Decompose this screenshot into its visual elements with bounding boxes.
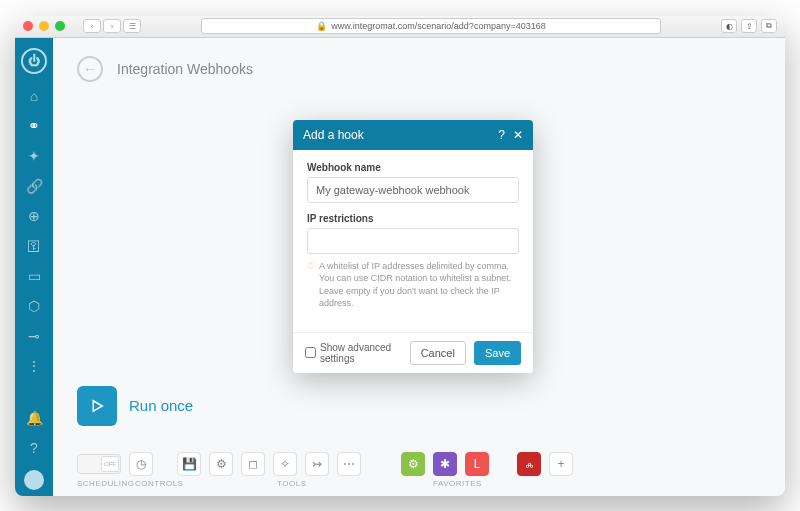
advanced-checkbox[interactable]: Show advanced settings [535, 291, 669, 302]
dialog-title: Add a hook [303, 128, 490, 142]
forward-button[interactable]: › [103, 19, 121, 33]
advanced-checkbox[interactable]: Show advanced settings [305, 342, 402, 364]
back-button[interactable]: ‹ [83, 19, 101, 33]
play-icon [88, 397, 106, 415]
back-arrow-icon[interactable]: ← [77, 56, 103, 82]
close-window-icon[interactable] [23, 21, 33, 31]
close-dialog-icon[interactable]: ✕ [513, 128, 523, 142]
dialog-title: Webhooks [533, 150, 730, 164]
add-hook-dialog: Add a hook ? ✕ Webhook name IP restricti… [293, 120, 533, 373]
online-help-link[interactable]: online Help [628, 242, 673, 252]
commit-icon[interactable]: ⊸ [28, 328, 40, 344]
settings-control-icon[interactable]: ⚙ [209, 452, 233, 476]
browser-window: ‹ › ☰ 🔒 www.integromat.com/scenario/add?… [15, 16, 785, 496]
scheduling-toggle[interactable]: OFF [77, 454, 121, 474]
page-title: Integration Webhooks [117, 61, 253, 77]
nav-buttons: ‹ › ☰ [83, 19, 141, 33]
run-section: Run once [77, 386, 193, 426]
link-icon[interactable]: 🔗 [26, 178, 43, 194]
save-button[interactable]: Save [474, 341, 521, 365]
autoalign-icon[interactable]: ✧ [273, 452, 297, 476]
clock-icon[interactable]: ◷ [129, 452, 153, 476]
help-icon[interactable]: ? [30, 440, 38, 456]
name-input[interactable] [307, 177, 519, 203]
more-controls-icon[interactable]: ⋯ [337, 452, 361, 476]
favorite-module-icon[interactable]: ஃ [517, 452, 541, 476]
maximize-window-icon[interactable] [55, 21, 65, 31]
webhooks-dialog: Webhooks ⤢ ? ✕ Webhook ⇅ ▾ Add [523, 142, 785, 317]
minimize-window-icon[interactable] [39, 21, 49, 31]
app: ⏻ ⌂ ⚭ ✦ 🔗 ⊕ ⚿ ▭ ⬡ ⊸ ⋮ 🔔 ? ← Integration … [15, 38, 785, 496]
tools-flow-icon[interactable]: ✱ [433, 452, 457, 476]
home-icon[interactable]: ⌂ [30, 88, 38, 104]
webhook-label: Webhook [537, 184, 777, 195]
tools-text-icon[interactable]: L [465, 452, 489, 476]
device-icon[interactable]: ▭ [28, 268, 41, 284]
traffic-lights [23, 21, 65, 31]
run-button[interactable] [77, 386, 117, 426]
ok-button[interactable]: OK [741, 285, 779, 309]
share-button[interactable]: ⇪ [741, 19, 757, 33]
cancel-button[interactable]: Cancel [677, 285, 733, 309]
sidebar-button[interactable]: ☰ [123, 19, 141, 33]
lock-icon: 🔒 [316, 21, 327, 31]
avatar[interactable] [24, 470, 44, 490]
close-dialog-icon[interactable]: ✕ [771, 150, 781, 164]
name-label: Webhook name [307, 162, 519, 173]
sidebar: ⏻ ⌂ ⚭ ✦ 🔗 ⊕ ⚿ ▭ ⬡ ⊸ ⋮ 🔔 ? [15, 38, 53, 496]
url-bar[interactable]: 🔒 www.integromat.com/scenario/add?compan… [201, 18, 661, 34]
save-control-icon[interactable]: 💾 [177, 452, 201, 476]
globe-icon[interactable]: ⊕ [28, 208, 40, 224]
url-text: www.integromat.com/scenario/add?company=… [331, 21, 545, 31]
cancel-button[interactable]: Cancel [410, 341, 466, 365]
bell-icon[interactable]: 🔔 [26, 410, 43, 426]
add-hook-header[interactable]: Add a hook ? ✕ [293, 120, 533, 150]
canvas: ← Integration Webhooks Custom webhook We… [53, 38, 785, 496]
bottom-toolbar: OFF ◷ 💾 ⚙ ◻ ✧ ↣ ⋯ ⚙ ✱ L ஃ + [77, 452, 761, 488]
explain-icon[interactable]: ↣ [305, 452, 329, 476]
puzzle-icon[interactable]: ✦ [28, 148, 40, 164]
ip-input[interactable] [307, 228, 519, 254]
section-labels: SCHEDULING CONTROLS TOOLS FAVORITES [77, 479, 761, 488]
help-dialog-icon[interactable]: ? [498, 128, 505, 142]
ip-hint: ♡ A whitelist of IP addresses delimited … [307, 260, 519, 310]
share-icon[interactable]: ⚭ [28, 118, 40, 134]
page-header: ← Integration Webhooks [77, 56, 761, 82]
more-icon[interactable]: ⋮ [27, 358, 41, 374]
webhooks-dialog-header[interactable]: Webhooks ⤢ ? ✕ [523, 142, 785, 172]
reader-button[interactable]: ◐ [721, 19, 737, 33]
help-dialog-icon[interactable]: ? [756, 150, 763, 164]
logo-icon[interactable]: ⏻ [21, 48, 47, 74]
webhook-hint: ♡ For more information on how to create … [537, 229, 777, 254]
tools-gear-icon[interactable]: ⚙ [401, 452, 425, 476]
box-icon[interactable]: ⬡ [28, 298, 40, 314]
titlebar: ‹ › ☰ 🔒 www.integromat.com/scenario/add?… [15, 16, 785, 38]
select-dropdown-icon[interactable]: ▾ [710, 200, 730, 224]
expand-icon[interactable]: ⤢ [738, 150, 748, 164]
tabs-button[interactable]: ⧉ [761, 19, 777, 33]
ip-label: IP restrictions [307, 213, 519, 224]
note-control-icon[interactable]: ◻ [241, 452, 265, 476]
chevron-updown-icon: ⇅ [696, 206, 704, 217]
toolbar-right: ◐ ⇪ ⧉ [721, 19, 777, 33]
add-favorite-icon[interactable]: + [549, 452, 573, 476]
key-icon[interactable]: ⚿ [27, 238, 41, 254]
bulb-icon: ♡ [307, 260, 315, 310]
run-label: Run once [129, 397, 193, 414]
bulb-icon: ♡ [537, 229, 545, 254]
add-button[interactable]: Add [735, 199, 777, 223]
webhook-select[interactable]: ⇅ ▾ [537, 199, 731, 225]
